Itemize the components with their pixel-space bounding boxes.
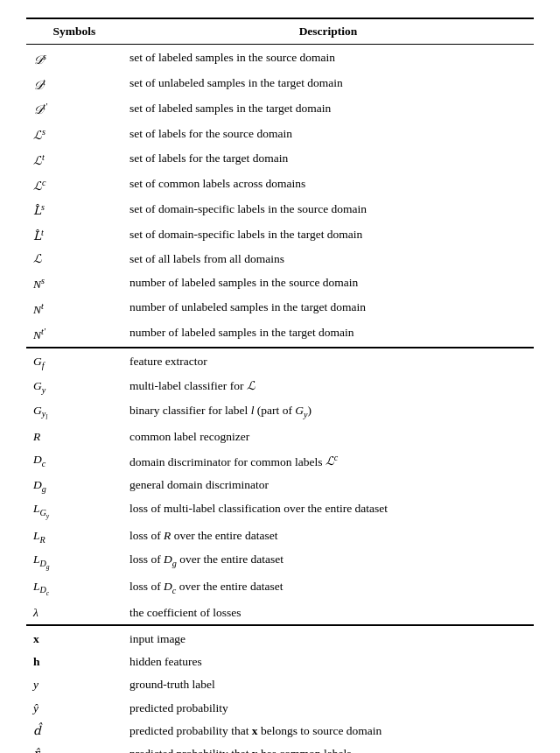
symbol-cell: ℒc [26,172,122,198]
symbol-cell: Gyl [26,399,122,426]
symbol-cell: h [26,651,122,673]
description-cell: set of common labels across domains [122,172,534,198]
description-cell: set of labeled samples in the source dom… [122,45,534,72]
symbol-cell: L̂t [26,223,122,249]
symbol-cell: LDg [26,548,122,574]
symbol-cell: LR [26,524,122,549]
symbol-cell: Nt [26,296,122,321]
symbol-cell: ℒt [26,147,122,172]
column-header-symbols: Symbols [26,18,122,45]
symbol-cell: Nt′ [26,321,122,348]
symbol-cell: 𝒟t [26,72,122,97]
description-cell: loss of Dg over the entire dataset [122,548,534,574]
description-cell: multi-label classifier for ℒ [122,375,534,399]
description-cell: hidden features [122,651,534,673]
symbol-cell: LGy [26,497,122,524]
description-cell: loss of R over the entire dataset [122,524,534,549]
symbol-cell: Dg [26,474,122,498]
symbol-cell: d̂ [26,720,122,742]
symbol-cell: 𝒟s [26,45,122,72]
symbol-cell: 𝒟t′ [26,97,122,123]
description-cell: binary classifier for label l (part of G… [122,399,534,426]
description-cell: predicted probability that x has common … [122,742,534,753]
description-cell: general domain discriminator [122,474,534,498]
notation-table: Symbols Description 𝒟sset of labeled sam… [26,18,534,753]
symbol-cell: λ [26,602,122,625]
symbol-cell: Gy [26,375,122,399]
description-cell: loss of multi-label classification over … [122,497,534,524]
symbol-cell: Ns [26,271,122,297]
description-cell: feature extractor [122,348,534,375]
description-cell: domain discriminator for common labels ℒ… [122,448,534,474]
description-cell: set of domain-specific labels in the sou… [122,198,534,223]
symbol-cell: Gf [26,348,122,375]
description-cell: set of labels for the target domain [122,147,534,172]
description-cell: number of unlabeled samples in the targe… [122,296,534,321]
description-cell: number of labeled samples in the target … [122,321,534,348]
symbol-cell: ℒ [26,248,122,271]
symbol-cell: r̂ [26,742,122,753]
description-cell: set of domain-specific labels in the tar… [122,223,534,249]
description-cell: set of labeled samples in the target dom… [122,97,534,123]
description-cell: ground-truth label [122,673,534,696]
description-cell: number of labeled samples in the source … [122,271,534,297]
description-cell: set of labels for the source domain [122,123,534,148]
symbol-cell: ŷ [26,697,122,720]
symbol-cell: R [26,426,122,448]
description-cell: input image [122,625,534,651]
symbol-cell: L̂s [26,198,122,223]
symbol-cell: y [26,673,122,696]
description-cell: set of unlabeled samples in the target d… [122,72,534,97]
symbol-cell: ℒs [26,123,122,148]
description-cell: set of all labels from all domains [122,248,534,271]
description-cell: predicted probability [122,697,534,720]
symbol-cell: x [26,625,122,651]
symbol-cell: Dc [26,448,122,474]
description-cell: the coefficient of losses [122,602,534,625]
description-cell: common label recognizer [122,426,534,448]
description-cell: predicted probability that x belongs to … [122,720,534,742]
symbol-cell: LDc [26,575,122,602]
description-cell: loss of Dc over the entire dataset [122,575,534,602]
column-header-description: Description [122,18,534,45]
